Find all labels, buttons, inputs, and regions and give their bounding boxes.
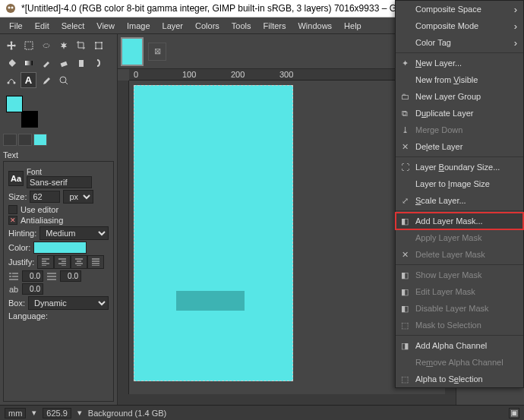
size-unit-select[interactable]: px (63, 190, 93, 204)
menu-colors[interactable]: Colors (189, 19, 226, 33)
canvas-page[interactable] (134, 85, 293, 381)
tooloptions-tab[interactable] (3, 134, 17, 146)
menu-item-color-tag[interactable]: Color Tag (396, 34, 523, 51)
menu-tools[interactable]: Tools (226, 19, 257, 33)
size-label: Size: (8, 192, 27, 201)
tool-smudge[interactable] (90, 55, 106, 71)
gimp-app-icon (5, 2, 17, 14)
tool-bucket-fill[interactable] (3, 55, 19, 71)
menu-item-layer-to-image-size[interactable]: Layer to Image Size (396, 175, 523, 192)
text-color-swatch[interactable] (33, 242, 87, 254)
menu-item-new-layer[interactable]: ✦New Layer... (396, 55, 523, 71)
menu-item-label: Apply Layer Mask (415, 233, 481, 242)
tool-fuzzy-select[interactable] (55, 37, 71, 53)
justify-right-button[interactable] (54, 255, 71, 269)
tool-zoom[interactable] (55, 72, 71, 88)
canvas-rectangle-layer[interactable] (176, 291, 245, 311)
svg-point-5 (95, 42, 96, 43)
menu-item-duplicate-layer[interactable]: ⧉Duplicate Layer (396, 105, 523, 122)
menu-item-new-layer-group[interactable]: 🗀New Layer Group (396, 88, 523, 105)
bg-color-swatch[interactable] (21, 111, 38, 128)
menu-separator (396, 264, 523, 265)
status-layer-label: Background (1.4 GB) (88, 409, 166, 418)
menu-item-delete-layer[interactable]: ✕Delete Layer (396, 138, 523, 155)
tool-move[interactable] (3, 37, 19, 53)
menu-item-icon: ✦ (399, 58, 410, 68)
menu-layer[interactable]: Layer (156, 19, 190, 33)
justify-center-button[interactable] (71, 255, 87, 269)
menu-item-label: Composite Space (415, 5, 481, 14)
font-icon[interactable]: Aa (8, 171, 24, 186)
menu-item-alpha-to-selection[interactable]: ⬚Alpha to Selection (396, 371, 523, 387)
box-label: Box: (8, 298, 25, 308)
menu-filters[interactable]: Filters (257, 19, 292, 33)
antialias-checkbox[interactable] (8, 216, 17, 225)
svg-point-2 (11, 7, 14, 9)
menu-item-label: Mask to Selection (415, 321, 481, 330)
fg-bg-swatches[interactable] (6, 96, 38, 128)
language-label: Language: (8, 311, 48, 321)
tool-clone[interactable] (73, 55, 89, 71)
menu-item-composite-mode[interactable]: Composite Mode (396, 17, 523, 34)
unit-select[interactable]: mm (5, 408, 26, 418)
menu-file[interactable]: File (3, 19, 29, 33)
tool-options-title: Text (3, 150, 114, 159)
scrollbar-horizontal[interactable] (118, 394, 456, 405)
tool-text[interactable]: A (21, 72, 36, 88)
menu-view[interactable]: View (90, 19, 121, 33)
use-editor-label: Use editor (21, 205, 58, 214)
image-tab-close[interactable]: ⊠ (148, 43, 166, 61)
svg-point-13 (13, 81, 15, 84)
justify-fill-button[interactable] (87, 255, 104, 269)
letter-spacing-input[interactable]: 0.0 (22, 283, 43, 295)
tool-gradient[interactable] (21, 55, 36, 71)
colortab[interactable] (33, 134, 47, 146)
toolbox-tabs (3, 134, 114, 146)
menu-separator (396, 156, 523, 157)
menu-item-icon: ✕ (399, 250, 410, 260)
font-input[interactable] (27, 176, 92, 188)
box-select[interactable]: Dynamic (28, 296, 109, 310)
menu-item-new-from-visible[interactable]: New from Visible (396, 71, 523, 88)
tool-options-panel: Aa Font Size: px Use editor Antialiasing (3, 161, 114, 402)
menu-item-scale-layer[interactable]: ⤢Scale Layer... (396, 192, 523, 209)
menu-item-icon: ◧ (399, 304, 410, 314)
use-editor-checkbox[interactable] (8, 205, 17, 214)
tool-free-select[interactable] (38, 37, 54, 53)
indent-input[interactable]: 0.0 (22, 270, 43, 282)
ruler-mark: 100 (182, 70, 196, 79)
menu-item-label: New Layer... (415, 58, 462, 68)
tool-crop[interactable] (73, 37, 89, 53)
menu-select[interactable]: Select (55, 19, 91, 33)
menu-edit[interactable]: Edit (29, 19, 55, 33)
fg-color-swatch[interactable] (6, 96, 23, 112)
tool-rect-select[interactable] (21, 37, 36, 53)
size-input[interactable] (30, 191, 60, 203)
menu-help[interactable]: Help (338, 19, 368, 33)
line-spacing-input[interactable]: 0.0 (60, 270, 81, 282)
tool-color-picker[interactable] (38, 72, 54, 88)
menu-item-add-alpha-channel[interactable]: ◨Add Alpha Channel (396, 337, 523, 354)
tool-path[interactable] (3, 72, 19, 88)
menu-item-add-layer-mask[interactable]: ◧Add Layer Mask... (396, 213, 523, 229)
tool-transform[interactable] (90, 37, 106, 53)
svg-rect-10 (60, 61, 67, 66)
menu-item-composite-space[interactable]: Composite Space (396, 1, 523, 17)
zoom-value[interactable]: 625.9 (43, 408, 71, 418)
menu-image[interactable]: Image (121, 19, 156, 33)
menu-item-layer-boundary-size[interactable]: ⛶Layer Boundary Size... (396, 159, 523, 175)
layer-context-menu: Composite SpaceComposite ModeColor Tag✦N… (395, 0, 524, 388)
device-tab[interactable] (18, 134, 32, 146)
image-tab-thumb[interactable] (121, 37, 144, 66)
ruler-vertical[interactable] (118, 81, 129, 394)
menu-item-edit-layer-mask: ◧Edit Layer Mask (396, 283, 523, 300)
hinting-label: Hinting: (8, 229, 36, 238)
menu-item-label: Merge Down (415, 125, 462, 134)
hinting-select[interactable]: Medium (39, 226, 109, 240)
tool-eraser[interactable] (55, 55, 71, 71)
justify-left-button[interactable] (37, 255, 54, 269)
tool-paintbrush[interactable] (38, 55, 54, 71)
line-spacing-icon (46, 272, 57, 281)
nav-arrow-icon[interactable]: ▣ (509, 408, 519, 418)
menu-windows[interactable]: Windows (292, 19, 338, 33)
